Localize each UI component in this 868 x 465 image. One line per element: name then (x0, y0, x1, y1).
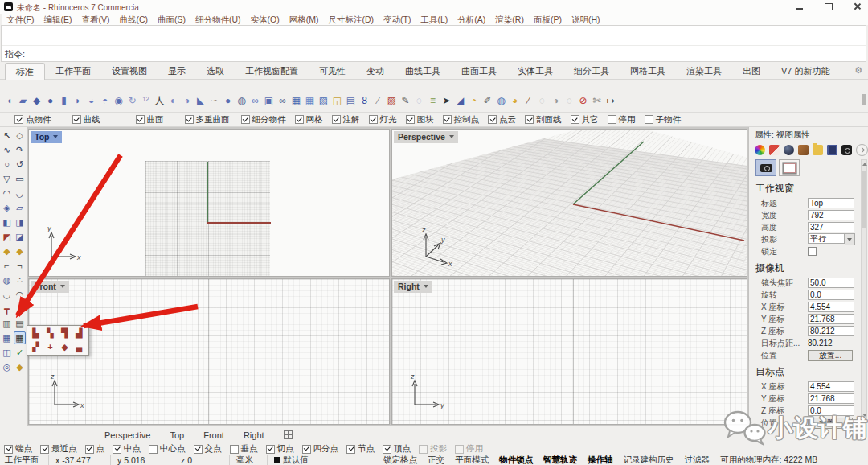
new-viewport-tab-icon[interactable] (284, 430, 293, 439)
ribbon-tab-11[interactable]: 实体工具 (507, 63, 563, 80)
toolbar-icon[interactable]: 8 (358, 93, 371, 108)
side-tool-icon[interactable]: ◫ (1, 346, 13, 359)
side-tool-icon[interactable]: ◪ (14, 230, 26, 243)
checkbox-icon[interactable] (645, 115, 653, 124)
menu-item-5[interactable]: 曲面(S) (153, 14, 190, 25)
menu-item-2[interactable]: 编辑(E) (39, 14, 76, 25)
checkbox-icon[interactable] (149, 445, 158, 454)
side-tool-icon[interactable]: ∿ (1, 143, 13, 156)
toolbar-icon[interactable]: ◌ (412, 93, 426, 108)
osnap-9[interactable]: 四分点 (302, 443, 339, 455)
osnap-10[interactable]: 节点 (346, 443, 375, 455)
menu-item-7[interactable]: 实体(O) (246, 14, 285, 25)
side-tool-icon[interactable]: ◭ (14, 302, 26, 315)
toolbar-icon[interactable]: ◗ (71, 93, 84, 108)
osnap-7[interactable]: 垂点 (230, 443, 258, 455)
toolbar-icon[interactable]: ⊘ (576, 93, 590, 108)
side-tool-icon[interactable]: ◡ (1, 288, 13, 301)
minimize-button[interactable] (794, 2, 805, 11)
checkbox-icon[interactable] (571, 115, 579, 124)
filter-8[interactable]: 灯光 (369, 114, 397, 126)
side-tool-icon[interactable]: ◡ (14, 187, 26, 200)
toolbar-icon[interactable]: ▦ (289, 93, 303, 108)
viewport-mode-button[interactable] (779, 159, 800, 176)
toolbar-icon[interactable]: ▨ (385, 93, 399, 108)
checkbox-icon[interactable] (40, 445, 49, 454)
filter-4[interactable]: 多重曲面 (185, 114, 230, 126)
layer-indicator[interactable]: 默认值 (274, 455, 337, 465)
ribbon-tab-12[interactable]: 细分工具 (563, 63, 620, 80)
viewport-tab-front[interactable]: Front (203, 430, 224, 440)
checkbox-icon[interactable] (185, 115, 194, 124)
filter-14[interactable]: 停用 (608, 114, 636, 126)
checkbox-icon[interactable] (369, 115, 378, 124)
viewport-tab-right[interactable]: Right (244, 430, 264, 440)
toolbar-icon[interactable]: ◑ (180, 93, 194, 108)
viewport-menu-arrow-icon[interactable] (60, 285, 65, 288)
side-tool-icon[interactable]: ▽ (1, 172, 13, 185)
toolbar-icon[interactable]: ▧ (317, 93, 330, 108)
osnap-5[interactable]: 中心点 (149, 443, 186, 455)
status-toggle-3[interactable]: 平面模式 (455, 455, 489, 465)
toolbar-icon[interactable]: ∕ (522, 93, 535, 108)
toolbar-icon[interactable]: ▮ (57, 93, 71, 108)
palette-tool-icon[interactable]: + (43, 340, 57, 353)
checkbox-icon[interactable] (194, 445, 203, 454)
toolbar-icon[interactable]: ▰ (16, 93, 30, 108)
toolbar-icon[interactable]: ◣ (194, 93, 207, 108)
toolbar-icon[interactable]: ➤ (440, 93, 453, 108)
checkbox-icon[interactable] (525, 115, 534, 124)
menu-item-11[interactable]: 工具(L) (416, 14, 453, 25)
menu-item-6[interactable]: 细分物件(U) (190, 14, 246, 25)
camera-panel-icon[interactable] (841, 145, 852, 155)
checkbox-icon[interactable] (136, 115, 145, 124)
ribbon-tab-8[interactable]: 变动 (356, 63, 395, 80)
toolbar-icon[interactable]: ✄ (590, 93, 604, 108)
toolbar-icon[interactable]: ▦ (303, 93, 317, 108)
display-panel-icon[interactable] (827, 145, 837, 155)
prop-field-width[interactable]: 792 (808, 210, 854, 220)
ribbon-tab-5[interactable]: 选取 (196, 63, 235, 80)
prop-select-projection[interactable]: 平行 (808, 233, 855, 245)
checkbox-icon[interactable] (419, 445, 428, 454)
ribbon-tab-7[interactable]: 可见性 (309, 63, 356, 80)
menu-item-12[interactable]: 分析(A) (452, 14, 490, 25)
scrollbar-thumb[interactable] (862, 171, 866, 228)
filter-5[interactable]: 细分物件 (241, 114, 286, 126)
side-tool-icon[interactable]: ↺ (14, 158, 26, 171)
command-prompt[interactable]: 指令: (2, 46, 866, 63)
filter-15[interactable]: 子物件 (645, 114, 682, 126)
paintbrush-icon[interactable] (798, 145, 809, 155)
toolbar-icon[interactable]: ● (221, 93, 235, 108)
side-tool-icon[interactable]: ¬ (14, 259, 26, 272)
ribbon-tab-4[interactable]: 显示 (158, 63, 196, 80)
side-tool-icon[interactable]: ◈ (1, 201, 13, 214)
ribbon-tab-2[interactable]: 工作平面 (45, 63, 101, 80)
menu-item-13[interactable]: 渲染(R) (490, 14, 529, 25)
checkbox-icon[interactable] (383, 445, 391, 454)
toolbar-icon[interactable]: ↻ (125, 93, 139, 108)
side-tool-icon[interactable]: ◨ (14, 216, 26, 228)
ribbon-tab-16[interactable]: V7 的新功能 (771, 63, 841, 80)
toolbar-icon[interactable]: ◢ (453, 93, 467, 108)
prop-field-rotation[interactable]: 0.0 (808, 290, 854, 300)
side-tool-icon[interactable]: ◍ (1, 274, 13, 286)
filter-2[interactable]: 曲线 (72, 114, 100, 126)
toolbar-icon[interactable]: ≡ (426, 93, 440, 108)
filter-13[interactable]: 其它 (571, 114, 599, 126)
osnap-2[interactable]: 最近点 (40, 443, 77, 455)
status-toggle-8[interactable]: 过滤器 (685, 455, 710, 465)
side-tool-icon[interactable]: ◆ (14, 360, 26, 373)
side-tool-icon[interactable]: ◠ (1, 187, 13, 200)
ribbon-tab-10[interactable]: 曲面工具 (451, 63, 507, 80)
menu-item-10[interactable]: 变动(T) (379, 14, 416, 25)
checkbox-icon[interactable] (72, 115, 81, 124)
filter-12[interactable]: 剖面线 (525, 114, 562, 126)
side-tool-icon[interactable]: ▦ (14, 331, 26, 344)
filter-11[interactable]: 点云 (488, 114, 516, 126)
checkbox-icon[interactable] (608, 115, 616, 124)
side-tool-icon[interactable]: ▦ (1, 331, 13, 344)
viewport-label-right[interactable]: Right (394, 281, 432, 293)
side-tool-icon[interactable]: ◠ (14, 288, 26, 301)
toolbar-icon[interactable]: ◱ (330, 93, 344, 108)
